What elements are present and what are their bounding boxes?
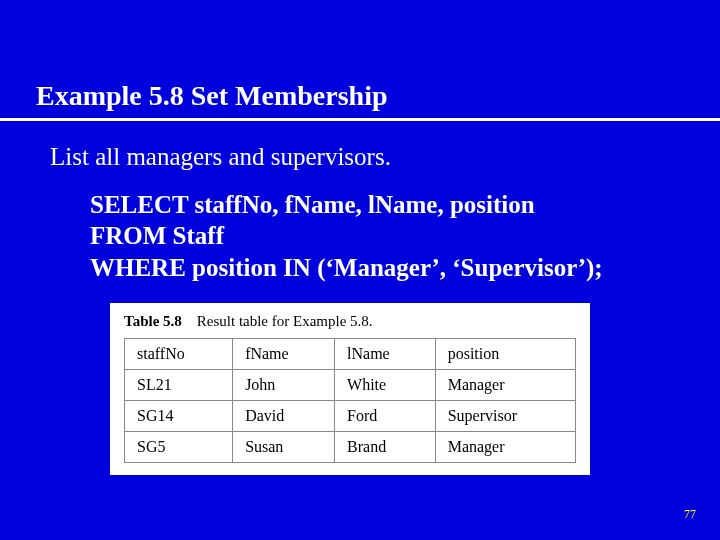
slide: Example 5.8 Set Membership List all mana… xyxy=(0,0,720,540)
sql-line-1: SELECT staffNo, fName, lName, position xyxy=(90,189,720,220)
th-lname: lName xyxy=(335,338,436,369)
cell-fname: David xyxy=(233,400,335,431)
th-fname: fName xyxy=(233,338,335,369)
table-row: SL21 John White Manager xyxy=(125,369,576,400)
cell-staffno: SL21 xyxy=(125,369,233,400)
table-caption: Table 5.8 Result table for Example 5.8. xyxy=(124,313,576,330)
th-position: position xyxy=(435,338,575,369)
th-staffno: staffNo xyxy=(125,338,233,369)
sql-line-3: WHERE position IN (‘Manager’, ‘Superviso… xyxy=(90,252,720,283)
cell-position: Manager xyxy=(435,369,575,400)
table-header-row: staffNo fName lName position xyxy=(125,338,576,369)
cell-staffno: SG5 xyxy=(125,431,233,462)
page-number: 77 xyxy=(684,507,696,522)
slide-title: Example 5.8 Set Membership xyxy=(0,80,720,118)
table-row: SG5 Susan Brand Manager xyxy=(125,431,576,462)
sql-line-2: FROM Staff xyxy=(90,220,720,251)
result-table: staffNo fName lName position SL21 John W… xyxy=(124,338,576,463)
cell-lname: Brand xyxy=(335,431,436,462)
table-caption-label: Table 5.8 xyxy=(124,313,182,329)
result-table-container: Table 5.8 Result table for Example 5.8. … xyxy=(110,303,590,475)
cell-lname: Ford xyxy=(335,400,436,431)
cell-fname: John xyxy=(233,369,335,400)
sql-block: SELECT staffNo, fName, lName, position F… xyxy=(50,189,720,283)
cell-lname: White xyxy=(335,369,436,400)
prompt-text: List all managers and supervisors. xyxy=(50,143,720,189)
cell-position: Manager xyxy=(435,431,575,462)
table-caption-rest: Result table for Example 5.8. xyxy=(197,313,373,329)
table-row: SG14 David Ford Supervisor xyxy=(125,400,576,431)
cell-fname: Susan xyxy=(233,431,335,462)
slide-body: List all managers and supervisors. SELEC… xyxy=(0,121,720,475)
cell-staffno: SG14 xyxy=(125,400,233,431)
cell-position: Supervisor xyxy=(435,400,575,431)
